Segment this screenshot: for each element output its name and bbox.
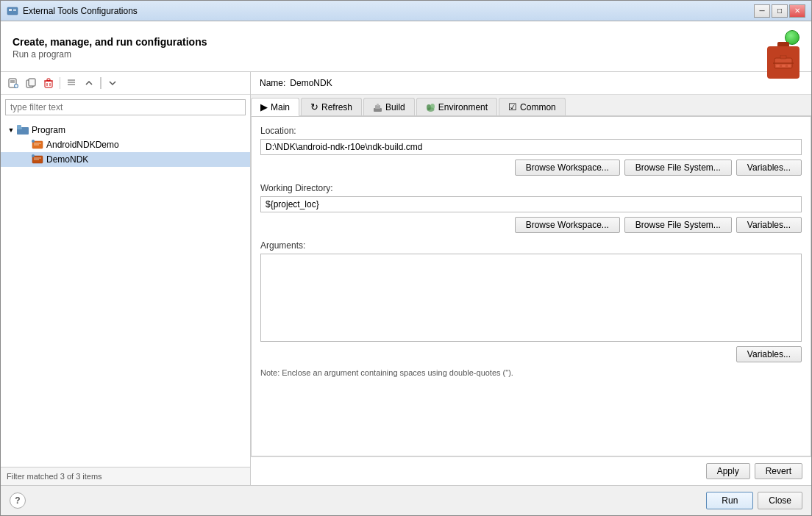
svg-rect-7 <box>776 65 780 67</box>
tab-build[interactable]: Build <box>363 98 415 115</box>
delete-config-button[interactable] <box>40 75 57 91</box>
run-button[interactable]: Run <box>706 492 753 509</box>
svg-rect-1 <box>9 9 12 11</box>
arguments-textarea[interactable] <box>261 254 801 341</box>
name-label: Name: <box>260 78 285 88</box>
svg-rect-6 <box>780 55 786 59</box>
svg-point-32 <box>32 140 35 143</box>
tab-common[interactable]: ☑ Common <box>499 98 566 115</box>
workdir-browse-filesystem-button[interactable]: Browse File System... <box>624 217 732 233</box>
status-text: Filter matched 3 of 3 items <box>7 472 102 481</box>
window: External Tools Configurations ─ □ ✕ Crea… <box>0 0 812 516</box>
header-left: Create, manage, and run configurations R… <box>13 36 207 60</box>
working-dir-buttons: Browse Workspace... Browse File System..… <box>260 217 802 233</box>
tree-child1-label: AndroidNDKDemo <box>46 140 119 150</box>
tab-refresh-label: Refresh <box>321 102 352 112</box>
svg-point-42 <box>430 104 435 110</box>
menu-button[interactable] <box>104 75 121 91</box>
name-row: Name: DemoNDK <box>251 72 811 95</box>
tab-common-label: Common <box>520 102 556 112</box>
working-dir-input[interactable] <box>260 196 802 212</box>
working-dir-label: Working Directory: <box>260 183 802 193</box>
tree-child2-toggle <box>21 155 30 164</box>
location-label: Location: <box>260 126 802 136</box>
arguments-group: Arguments: Variables... Note: Enclose an… <box>260 240 802 447</box>
build-tab-icon <box>373 101 382 112</box>
refresh-tab-icon: ↻ <box>310 101 318 112</box>
svg-rect-18 <box>45 81 52 87</box>
tree-child1-toggle <box>21 140 30 149</box>
tab-build-label: Build <box>385 102 405 112</box>
tree-child2-item[interactable]: DemoNDK <box>1 152 250 167</box>
left-toolbar <box>1 72 250 95</box>
left-status: Filter matched 3 of 3 items <box>1 467 250 485</box>
svg-rect-9 <box>788 65 791 67</box>
minimize-button[interactable]: ─ <box>754 4 770 18</box>
arguments-note: Note: Enclose an argument containing spa… <box>260 368 802 377</box>
toolbar-separator <box>60 77 60 89</box>
footer-right: Run Close <box>706 492 802 509</box>
location-input[interactable] <box>260 139 802 155</box>
tabs-bar: ▶ Main ↻ Refresh Build <box>251 95 811 116</box>
svg-rect-3 <box>13 10 16 11</box>
close-button[interactable]: Close <box>758 492 802 509</box>
location-buttons: Browse Workspace... Browse File System..… <box>260 160 802 176</box>
tab-environment[interactable]: Environment <box>416 98 497 115</box>
apply-button[interactable]: Apply <box>706 463 750 479</box>
tab-refresh[interactable]: ↻ Refresh <box>301 98 362 115</box>
header-subtitle: Run a program <box>13 49 207 60</box>
tab-environment-label: Environment <box>438 102 488 112</box>
svg-rect-8 <box>782 65 786 67</box>
config-area: Location: Browse Workspace... Browse Fil… <box>251 116 811 456</box>
working-dir-group: Working Directory: Browse Workspace... B… <box>260 183 802 233</box>
svg-rect-17 <box>29 79 35 86</box>
program-folder-icon <box>17 124 29 136</box>
workdir-variables-button[interactable]: Variables... <box>736 217 802 233</box>
main-content: ▼ Program <box>1 72 811 485</box>
bottom-buttons: Apply Revert <box>251 456 811 485</box>
window-title: External Tools Configurations <box>23 6 754 16</box>
arguments-buttons: Variables... <box>260 346 802 362</box>
arguments-variables-button[interactable]: Variables... <box>736 346 802 362</box>
environment-tab-icon <box>426 101 435 112</box>
title-bar: External Tools Configurations ─ □ ✕ <box>1 1 811 21</box>
tree-child2-label: DemoNDK <box>46 154 88 165</box>
arguments-label: Arguments: <box>260 240 802 251</box>
workdir-browse-workspace-button[interactable]: Browse Workspace... <box>515 217 620 233</box>
svg-rect-28 <box>17 125 21 128</box>
collapse-button[interactable] <box>63 75 79 91</box>
close-window-button[interactable]: ✕ <box>789 4 805 18</box>
location-browse-workspace-button[interactable]: Browse Workspace... <box>515 160 620 176</box>
expand-button[interactable] <box>81 75 97 91</box>
tree-child1-item[interactable]: AndroidNDKDemo <box>1 137 250 152</box>
location-browse-filesystem-button[interactable]: Browse File System... <box>624 160 732 176</box>
name-value: DemoNDK <box>290 78 332 88</box>
title-bar-controls: ─ □ ✕ <box>754 4 805 18</box>
svg-rect-2 <box>13 9 16 10</box>
main-tab-icon: ▶ <box>260 101 268 112</box>
window-icon <box>7 5 18 17</box>
svg-rect-39 <box>377 104 379 106</box>
copy-config-button[interactable] <box>23 75 39 91</box>
tree-area: ▼ Program <box>1 120 250 467</box>
toolbar-separator2 <box>100 77 102 89</box>
tree-program-item[interactable]: ▼ Program <box>1 123 250 137</box>
dialog-footer: ? Run Close <box>1 485 811 515</box>
config2-icon <box>32 154 43 165</box>
svg-rect-20 <box>47 79 50 81</box>
tab-main[interactable]: ▶ Main <box>251 98 299 116</box>
arguments-textarea-wrapper <box>260 254 802 342</box>
help-button[interactable]: ? <box>10 492 26 509</box>
header-section: Create, manage, and run configurations R… <box>1 21 811 72</box>
maximize-button[interactable]: □ <box>772 4 788 18</box>
tree-program-label: Program <box>32 125 65 135</box>
new-config-button[interactable] <box>5 75 21 91</box>
header-icon-area <box>764 30 799 65</box>
toolbox-icon <box>767 46 799 79</box>
filter-input[interactable] <box>5 99 246 115</box>
location-variables-button[interactable]: Variables... <box>736 160 802 176</box>
tab-main-label: Main <box>271 102 290 112</box>
svg-point-36 <box>32 154 35 157</box>
revert-button[interactable]: Revert <box>755 463 802 479</box>
config1-icon <box>32 139 43 151</box>
